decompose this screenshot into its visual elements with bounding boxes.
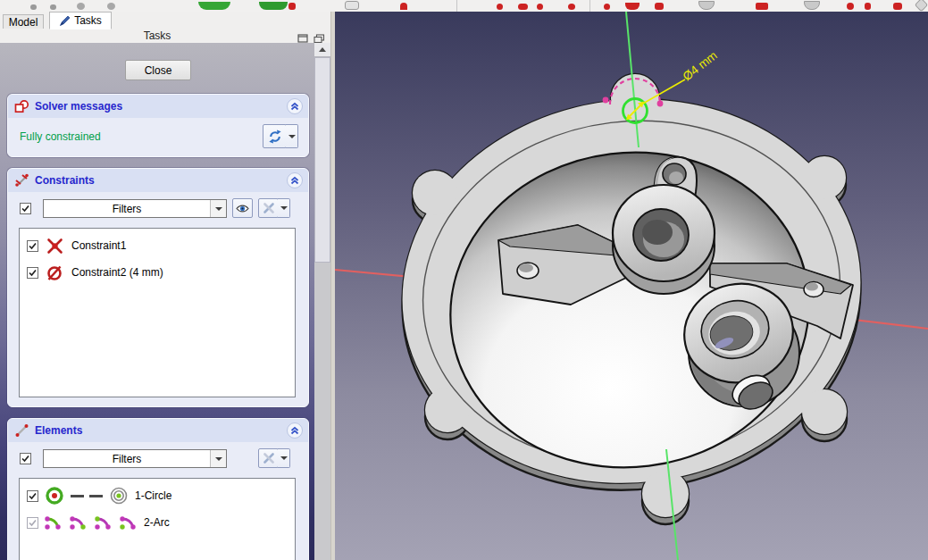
chevron-down-icon xyxy=(288,135,296,138)
close-button[interactable]: Close xyxy=(125,60,191,80)
collapse-chevron-icon[interactable] xyxy=(287,98,303,114)
toolbar-icon[interactable] xyxy=(50,4,56,10)
chevron-down-icon xyxy=(210,200,226,217)
toolbar-icon[interactable] xyxy=(30,4,37,10)
elements-header[interactable]: Elements xyxy=(8,419,308,442)
elements-master-checkbox[interactable] xyxy=(20,453,31,464)
central-boss xyxy=(613,185,715,294)
scrollbar-up-button[interactable] xyxy=(314,43,330,57)
filters-label: Filters xyxy=(44,203,210,215)
item-checkbox[interactable] xyxy=(27,240,38,252)
toolbar-icon[interactable] xyxy=(77,3,85,10)
element-label: 1-Circle xyxy=(135,489,171,502)
toolbar-icon[interactable] xyxy=(698,1,715,10)
tab-tasks[interactable]: Tasks xyxy=(49,12,112,29)
constraint-list-item[interactable]: Constraint1 xyxy=(27,236,291,255)
edge-dash-icon xyxy=(89,495,103,497)
toolbar-icon[interactable] xyxy=(804,1,820,10)
solver-messages-section: Solver messages Fully constrained xyxy=(7,94,309,157)
solver-messages-header[interactable]: Solver messages xyxy=(8,95,308,118)
collapse-chevron-icon[interactable] xyxy=(287,422,303,439)
constraint-list-item[interactable]: Constraint2 (4 mm) xyxy=(27,263,291,282)
elements-section: Elements Filters xyxy=(7,418,309,560)
settings-dropdown-button[interactable] xyxy=(278,448,290,468)
elements-icon xyxy=(14,423,29,438)
toolbar-icon[interactable] xyxy=(288,3,296,10)
constraints-header[interactable]: Constraints xyxy=(8,169,308,192)
settings-button[interactable] xyxy=(258,448,279,468)
elements-list[interactable]: 1-Circle xyxy=(19,478,296,560)
eye-icon xyxy=(236,203,249,214)
toolbar-icon[interactable] xyxy=(259,2,288,10)
toolbar-icon[interactable] xyxy=(604,4,610,10)
chevron-down-icon xyxy=(210,450,226,467)
toolbar-icon[interactable] xyxy=(198,2,230,10)
item-checkbox[interactable] xyxy=(27,490,38,502)
toolbar-icon[interactable] xyxy=(915,0,928,12)
collapse-chevron-icon[interactable] xyxy=(287,172,303,188)
toolbar-icon[interactable] xyxy=(756,3,768,10)
toolbar-icon[interactable] xyxy=(537,4,543,10)
toolbar-icon[interactable] xyxy=(655,3,664,10)
toolbar-icon[interactable] xyxy=(497,4,503,10)
coincident-constraint-icon xyxy=(46,237,64,255)
tab-model[interactable]: Model xyxy=(3,14,44,29)
settings-tools-icon xyxy=(263,202,275,214)
item-checkbox[interactable] xyxy=(27,517,38,529)
settings-button[interactable] xyxy=(258,198,279,218)
constraints-list[interactable]: Constraint1 Constraint2 (4 mm) xyxy=(19,228,296,397)
freecad-window: Model Tasks Tasks Close Solver message xyxy=(0,0,928,560)
toolbar-icon[interactable] xyxy=(400,3,407,10)
panel-title: Tasks xyxy=(0,29,314,42)
toolbar-icon[interactable] xyxy=(893,3,902,10)
show-hide-eye-button[interactable] xyxy=(232,198,253,218)
pen-icon xyxy=(59,15,71,27)
arc-icon-3 xyxy=(94,513,113,532)
toolbar-separator xyxy=(456,0,457,12)
viewport-3d[interactable]: Ø4 mm xyxy=(335,12,928,560)
element-list-item[interactable]: 2-Arc xyxy=(27,511,291,534)
arc-icon-1 xyxy=(44,513,63,532)
tab-model-label: Model xyxy=(9,16,38,29)
toolbar-icon[interactable] xyxy=(568,4,575,10)
chevron-down-icon xyxy=(280,206,288,210)
toolbar-icon[interactable] xyxy=(518,4,528,10)
constraints-master-checkbox[interactable] xyxy=(20,203,31,214)
toolbar-icon[interactable] xyxy=(107,3,115,10)
settings-dropdown-button[interactable] xyxy=(278,198,290,218)
arc-icon-4 xyxy=(119,513,138,532)
refresh-icon xyxy=(267,129,283,145)
toolbar-separator xyxy=(589,0,590,12)
toolbar-icon[interactable] xyxy=(865,3,871,10)
filters-label: Filters xyxy=(44,453,210,465)
toolbar-icon[interactable] xyxy=(625,3,640,10)
solver-status: Fully constrained xyxy=(20,130,101,143)
tasks-panel: Close Solver messages Fully constrained xyxy=(0,43,314,560)
circle-internal-icon xyxy=(108,485,130,506)
element-list-item[interactable]: 1-Circle xyxy=(27,484,291,507)
element-label: 2-Arc xyxy=(144,516,170,529)
refresh-dropdown-button[interactable] xyxy=(286,124,298,148)
arc-icon-2 xyxy=(69,513,88,532)
toolbar-icon[interactable] xyxy=(345,1,359,10)
solver-icon xyxy=(14,99,29,113)
solver-messages-title: Solver messages xyxy=(35,100,122,113)
item-checkbox[interactable] xyxy=(27,267,38,279)
circle-edit-icon xyxy=(44,485,65,506)
refresh-button[interactable] xyxy=(263,124,287,148)
chevron-down-icon xyxy=(280,456,288,460)
elements-filters-combobox[interactable]: Filters xyxy=(43,449,227,468)
float-icon[interactable] xyxy=(314,31,325,41)
constraints-filters-combobox[interactable]: Filters xyxy=(43,199,227,218)
panel-tab-bar: Model Tasks xyxy=(0,12,330,29)
constraints-icon xyxy=(14,173,29,188)
edge-dash-icon xyxy=(71,495,84,497)
toolbar-icon[interactable] xyxy=(847,3,854,10)
elements-title: Elements xyxy=(35,424,82,437)
panel-scrollbar[interactable] xyxy=(314,43,330,560)
scrollbar-thumb[interactable] xyxy=(314,57,330,263)
constraint-label: Constraint1 xyxy=(71,239,126,252)
constraints-title: Constraints xyxy=(35,174,95,187)
dock-icon[interactable] xyxy=(297,31,309,41)
toolbar-strip xyxy=(0,0,928,13)
